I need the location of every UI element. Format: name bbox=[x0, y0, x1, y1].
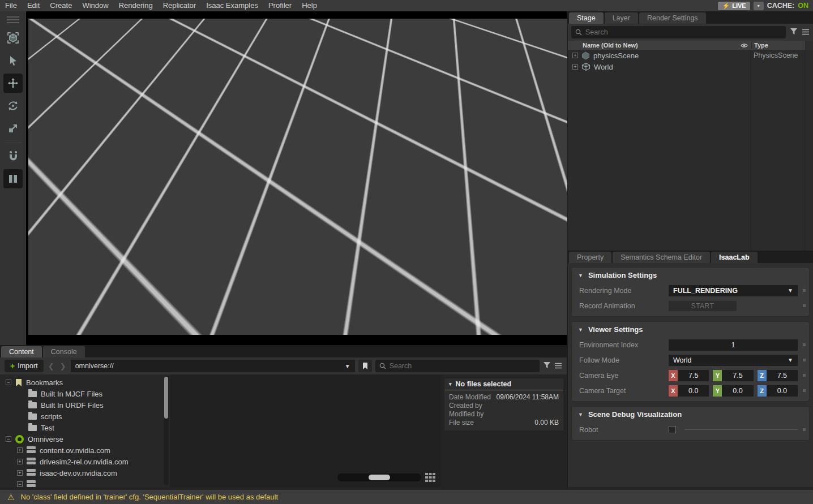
follow-mode-dropdown[interactable]: World ▼ bbox=[669, 355, 798, 366]
renderer-menu-button[interactable]: Renderer bbox=[54, 23, 106, 38]
menu-file[interactable]: File bbox=[0, 0, 22, 11]
expand-icon[interactable]: + bbox=[17, 447, 23, 453]
robot-debug-checkbox[interactable] bbox=[669, 426, 676, 433]
tab-stage[interactable]: Stage bbox=[569, 12, 604, 24]
pause-simulation-button[interactable] bbox=[3, 169, 23, 188]
path-input[interactable] bbox=[75, 362, 345, 370]
content-filter-button[interactable] bbox=[543, 361, 551, 371]
default-indicator-dot[interactable] bbox=[803, 289, 806, 292]
collapse-icon[interactable]: − bbox=[6, 436, 11, 442]
content-options-button[interactable] bbox=[554, 361, 562, 371]
viewport[interactable]: Renderer Perspective ((●)) Z X Y bbox=[26, 11, 568, 345]
content-search[interactable] bbox=[375, 360, 540, 372]
camera-target-y-field[interactable]: 0.0 bbox=[722, 385, 753, 397]
scene-debug-header[interactable]: ▼ Scene Debug Visualization bbox=[572, 407, 809, 422]
menu-edit[interactable]: Edit bbox=[22, 0, 45, 11]
snap-tool-button[interactable] bbox=[3, 147, 23, 166]
path-bar[interactable]: ▼ bbox=[71, 360, 355, 372]
camera-eye-y-field[interactable]: 7.5 bbox=[722, 370, 753, 381]
column-type[interactable]: Type bbox=[751, 42, 805, 49]
rendering-mode-dropdown[interactable]: FULL_RENDERING ▼ bbox=[669, 285, 798, 296]
tree-item-server-partial[interactable]: − bbox=[0, 479, 170, 487]
tree-item-bookmarks[interactable]: − Bookmarks bbox=[0, 377, 170, 388]
stage-options-button[interactable] bbox=[802, 27, 810, 37]
viewer-settings-header[interactable]: ▼ Viewer Settings bbox=[572, 322, 809, 337]
expand-icon[interactable]: + bbox=[17, 470, 23, 476]
visibility-menu-button[interactable] bbox=[110, 23, 129, 38]
scale-tool-button[interactable] bbox=[3, 119, 23, 138]
menu-create[interactable]: Create bbox=[45, 0, 77, 11]
live-dropdown-button[interactable]: ▼ bbox=[754, 2, 764, 10]
simulation-settings-header[interactable]: ▼ Simulation Settings bbox=[572, 268, 809, 283]
tab-content[interactable]: Content bbox=[1, 346, 42, 357]
tree-item-server-drivesim[interactable]: + drivesim2-rel.ov.nvidia.com bbox=[0, 456, 170, 467]
default-indicator-dot[interactable] bbox=[803, 428, 806, 431]
back-button[interactable]: ❮ bbox=[47, 362, 55, 371]
tab-property[interactable]: Property bbox=[569, 252, 611, 263]
thumbnail-zoom-slider[interactable] bbox=[337, 473, 421, 481]
tree-item-test[interactable]: Test bbox=[0, 422, 170, 433]
stage-row-physicsscene[interactable]: + physicsScene PhysicsScene bbox=[568, 50, 813, 61]
select-tool-button[interactable] bbox=[3, 51, 23, 70]
stage-search[interactable] bbox=[571, 26, 786, 38]
rail-drag-handle[interactable] bbox=[7, 15, 19, 25]
stage-search-input[interactable] bbox=[585, 28, 782, 36]
bookmark-path-button[interactable] bbox=[358, 360, 372, 372]
expand-icon[interactable]: + bbox=[572, 53, 578, 58]
move-tool-button[interactable] bbox=[3, 74, 23, 93]
tab-render-settings[interactable]: Render Settings bbox=[639, 12, 706, 24]
bounds-mode-button[interactable] bbox=[3, 28, 23, 48]
capture-button[interactable]: ((●)) bbox=[196, 23, 216, 38]
tab-console[interactable]: Console bbox=[43, 346, 85, 357]
tree-item-omniverse[interactable]: − Omniverse bbox=[0, 433, 170, 445]
tree-item-server-isaac[interactable]: + isaac-dev.ov.nvidia.com bbox=[0, 467, 170, 479]
stage-row-world[interactable]: + World bbox=[568, 61, 813, 72]
tab-semantics-schema-editor[interactable]: Semantics Schema Editor bbox=[613, 252, 710, 263]
default-indicator-dot[interactable] bbox=[803, 343, 806, 346]
chevron-down-icon[interactable]: ▼ bbox=[345, 363, 350, 369]
viewport-settings-button[interactable] bbox=[32, 23, 51, 38]
files-grid-area[interactable] bbox=[170, 374, 440, 487]
magnet-icon bbox=[7, 150, 19, 162]
menu-rendering[interactable]: Rendering bbox=[114, 0, 158, 11]
rotate-tool-button[interactable] bbox=[3, 96, 23, 115]
start-record-button[interactable]: START bbox=[669, 301, 737, 311]
tree-item-urdf[interactable]: Built In URDF Files bbox=[0, 399, 170, 411]
menu-window[interactable]: Window bbox=[77, 0, 113, 11]
menu-profiler[interactable]: Profiler bbox=[263, 0, 297, 11]
environment-index-field[interactable]: 1 bbox=[669, 339, 798, 351]
default-indicator-dot[interactable] bbox=[803, 359, 806, 361]
camera-menu-button[interactable]: Perspective bbox=[132, 23, 195, 38]
selection-summary[interactable]: ▾ No files selected bbox=[444, 378, 563, 390]
menu-help[interactable]: Help bbox=[297, 0, 322, 11]
tree-item-server-content[interactable]: + content.ov.nvidia.com bbox=[0, 445, 170, 456]
live-button[interactable]: ⚡ LIVE bbox=[718, 2, 750, 10]
zoom-slider-thumb[interactable] bbox=[369, 475, 390, 480]
default-indicator-dot[interactable] bbox=[803, 389, 806, 392]
stage-column-header[interactable]: Name (Old to New) Type bbox=[568, 41, 813, 50]
menu-replicator[interactable]: Replicator bbox=[158, 0, 202, 11]
tree-item-mjcf[interactable]: Built In MJCF Files bbox=[0, 388, 170, 399]
import-button[interactable]: + Import bbox=[5, 360, 44, 372]
tree-scrollbar-thumb[interactable] bbox=[164, 377, 168, 419]
expand-icon[interactable]: − bbox=[17, 481, 23, 487]
camera-target-x-field[interactable]: 0.0 bbox=[678, 385, 709, 397]
expand-icon[interactable]: + bbox=[17, 459, 23, 464]
default-indicator-dot[interactable] bbox=[803, 304, 806, 307]
camera-target-z-field[interactable]: 0.0 bbox=[767, 385, 798, 397]
viewport-scene[interactable]: Renderer Perspective ((●)) Z X Y bbox=[28, 19, 567, 335]
default-indicator-dot[interactable] bbox=[803, 374, 806, 377]
collapse-icon[interactable]: − bbox=[6, 380, 11, 385]
forward-button[interactable]: ❯ bbox=[59, 362, 67, 371]
content-search-input[interactable] bbox=[390, 362, 536, 370]
stage-filter-button[interactable] bbox=[790, 27, 798, 37]
menu-isaac-examples[interactable]: Isaac Examples bbox=[201, 0, 263, 11]
grid-view-button[interactable] bbox=[425, 472, 436, 483]
expand-icon[interactable]: + bbox=[572, 64, 578, 70]
camera-eye-x-field[interactable]: 7.5 bbox=[678, 370, 709, 381]
tree-item-scripts[interactable]: scripts bbox=[0, 411, 170, 422]
column-name[interactable]: Name (Old to New) bbox=[568, 42, 737, 49]
tab-isaaclab[interactable]: IsaacLab bbox=[711, 252, 758, 263]
camera-eye-z-field[interactable]: 7.5 bbox=[767, 370, 798, 381]
tab-layer[interactable]: Layer bbox=[605, 12, 638, 24]
